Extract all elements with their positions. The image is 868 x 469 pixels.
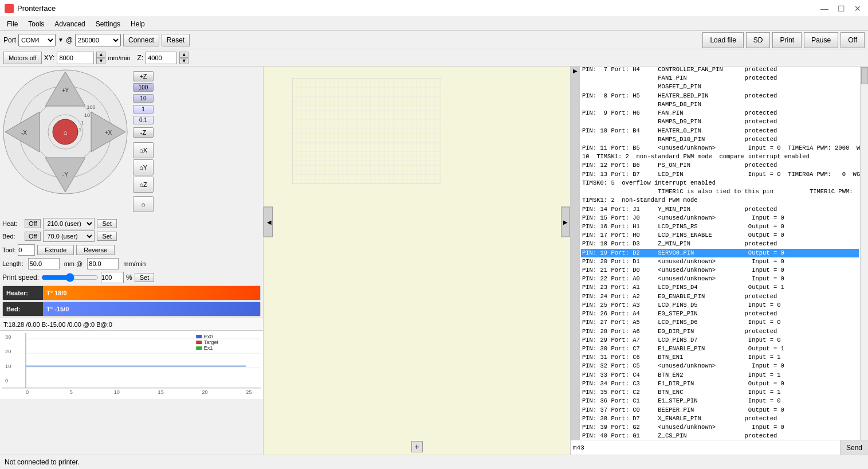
length-speed-row: Length: mm @ mm/min xyxy=(0,257,263,271)
svg-rect-34 xyxy=(196,346,202,350)
console-scroll-left[interactable]: ▶ xyxy=(571,67,580,440)
app-title: Pronterface xyxy=(17,4,56,13)
z-spin-down[interactable]: ▼ xyxy=(179,58,188,64)
status-footer: T:18.28 /0.00 B:-15.00 /0.00 @:0 B@:0 xyxy=(0,318,263,330)
console-line: MOSFET_D_PIN xyxy=(581,83,859,91)
heat-value-select[interactable]: 210.0 (user) xyxy=(43,218,95,229)
collapse-left-button[interactable]: ◀ xyxy=(264,206,273,237)
svg-text:15: 15 xyxy=(158,389,164,395)
svg-rect-13 xyxy=(2,333,261,397)
bed-value-select[interactable]: 70.0 (user) xyxy=(43,230,95,242)
add-button[interactable]: + xyxy=(411,441,423,452)
titlebar: Pronterface — ☐ ✕ xyxy=(0,0,868,17)
home-y-button[interactable]: ⌂Y xyxy=(133,159,154,175)
console-input[interactable] xyxy=(571,440,840,455)
z-spin-up[interactable]: ▲ xyxy=(179,52,188,58)
console-line: PIN: 35 Port: C2 BTN_ENC Input = 1 xyxy=(581,388,859,397)
z-step-1[interactable]: 1 xyxy=(133,105,154,114)
bed-onoff-button[interactable]: Off xyxy=(25,232,41,241)
console-line: PIN: 23 Port: A1 LCD_PINS_D4 Output = 1 xyxy=(581,283,859,292)
tool-input[interactable] xyxy=(18,244,35,256)
menu-advanced[interactable]: Advanced xyxy=(50,19,89,29)
at-symbol: @ xyxy=(66,36,73,44)
console-line: PIN: 34 Port: C3 E1_DIR_PIN Output = 0 xyxy=(581,380,859,388)
reverse-button[interactable]: Reverse xyxy=(76,245,115,255)
baud-select[interactable]: 250000 xyxy=(75,34,121,46)
menu-tools[interactable]: Tools xyxy=(23,19,49,29)
console-line: PIN: 12 Port: B6 PS_ON_PIN protected xyxy=(581,161,859,170)
motors-off-button[interactable]: Motors off xyxy=(3,52,42,64)
xy-input[interactable] xyxy=(57,52,94,64)
console-line: PIN: 24 Port: A2 E0_ENABLE_PIN protected xyxy=(581,292,859,301)
print-speed-input[interactable] xyxy=(101,272,124,283)
svg-rect-32 xyxy=(196,341,202,344)
off-button[interactable]: Off xyxy=(840,32,865,48)
home-all-button[interactable]: ⌂ xyxy=(133,196,154,212)
home-z-button[interactable]: ⌂Z xyxy=(133,177,154,193)
console-send-button[interactable]: Send xyxy=(840,440,868,455)
print-speed-set-button[interactable]: Set xyxy=(135,273,155,282)
menu-help[interactable]: Help xyxy=(126,19,150,29)
load-file-button[interactable]: Load file xyxy=(702,32,743,48)
console-scrollbar[interactable] xyxy=(860,67,868,440)
svg-rect-30 xyxy=(196,335,202,338)
heater-bar: Heater: T° 18/0 xyxy=(2,286,261,300)
menu-settings[interactable]: Settings xyxy=(91,19,125,29)
connect-button[interactable]: Connect xyxy=(123,34,159,46)
xy-spin-up[interactable]: ▲ xyxy=(96,52,105,58)
print-speed-slider[interactable] xyxy=(41,273,99,282)
left-panel: +Y -Y +X -X 100 10 1 xyxy=(0,67,264,455)
console-output[interactable]: PIN: 7 Port: H4 CONTROLLER_FAN_PIN prote… xyxy=(580,67,860,440)
console-line: PIN: 21 Port: D0 <unused/unknown> Input … xyxy=(581,266,859,275)
heat-set-button[interactable]: Set xyxy=(97,219,117,228)
console-line: PIN: 30 Port: C7 E1_ENABLE_PIN Output = … xyxy=(581,345,859,353)
sd-button[interactable]: SD xyxy=(746,32,771,48)
maximize-button[interactable]: ☐ xyxy=(835,4,847,13)
bed-bar-value: T° -15/0 xyxy=(46,306,69,312)
console-line: PIN: 20 Port: D1 <unused/unknown> Input … xyxy=(581,257,859,266)
pause-button[interactable]: Pause xyxy=(804,32,838,48)
z-step-10[interactable]: 10 xyxy=(133,94,154,103)
xy-spin-down[interactable]: ▼ xyxy=(96,58,105,64)
extrude-button[interactable]: Extrude xyxy=(37,245,74,255)
home-x-button[interactable]: ⌂X xyxy=(133,142,154,158)
temperature-chart: 30 20 10 0 0 5 10 15 20 25 xyxy=(2,333,261,397)
z-step-01[interactable]: 0.1 xyxy=(133,116,154,124)
z-input[interactable] xyxy=(146,52,177,64)
port-label: Port xyxy=(3,36,16,44)
close-button[interactable]: ✕ xyxy=(852,4,863,13)
collapse-right-button[interactable]: ▶ xyxy=(561,206,570,237)
console-line: PIN: 33 Port: C4 BTN_EN2 Input = 1 xyxy=(581,371,859,380)
length-input[interactable] xyxy=(28,258,60,269)
z-label: Z: xyxy=(138,54,144,62)
print-button[interactable]: Print xyxy=(772,32,802,48)
status-bars: Heater: T° 18/0 Bed: T° -15/0 xyxy=(0,284,263,318)
jog-pad[interactable]: +Y -Y +X -X 100 10 1 xyxy=(2,69,128,195)
canvas-area xyxy=(264,67,570,455)
titlebar-controls[interactable]: — ☐ ✕ xyxy=(818,4,863,13)
minimize-button[interactable]: — xyxy=(818,4,831,13)
bed-bar: Bed: T° -15/0 xyxy=(2,302,261,316)
z-step-100[interactable]: 100 xyxy=(133,83,154,92)
svg-text:0: 0 xyxy=(5,378,8,384)
z-up-100[interactable]: +Z xyxy=(133,71,154,81)
heat-onoff-button[interactable]: Off xyxy=(25,219,41,228)
menu-file[interactable]: File xyxy=(2,19,22,29)
console-line: PIN: 16 Port: H1 LCD_PINS_RS Output = 0 xyxy=(581,222,859,231)
heat-row: Heat: Off 210.0 (user) Set xyxy=(2,218,261,229)
reset-button[interactable]: Reset xyxy=(162,34,190,46)
z-controls: +Z 100 10 1 0.1 -Z xyxy=(133,71,154,138)
bed-bar-label: Bed: xyxy=(3,302,43,316)
bed-set-button[interactable]: Set xyxy=(97,232,117,241)
console-line: RAMPS_D8_PIN xyxy=(581,100,859,109)
jog-home-all[interactable] xyxy=(53,119,78,144)
speed-value-input[interactable] xyxy=(87,258,119,269)
svg-text:20: 20 xyxy=(202,389,208,395)
console-line: PIN: 26 Port: A4 E0_STEP_PIN protected xyxy=(581,310,859,318)
toolbar: Port COM4 ▼ @ 250000 Connect Reset Load … xyxy=(0,31,868,49)
svg-text:25: 25 xyxy=(246,389,252,395)
port-select[interactable]: COM4 xyxy=(18,34,56,46)
console-line: FAN1_PIN protected xyxy=(581,74,859,83)
z-down-100[interactable]: -Z xyxy=(133,127,154,138)
console-line: PIN: 27 Port: A5 LCD_PINS_D6 Input = 0 xyxy=(581,318,859,327)
